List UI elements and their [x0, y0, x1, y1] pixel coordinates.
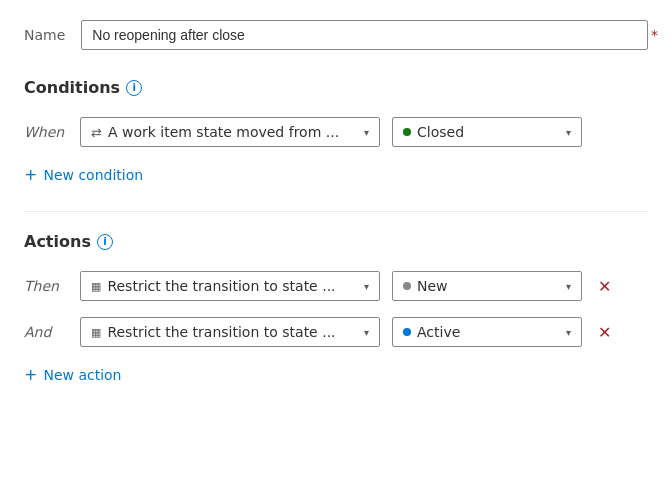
add-condition-label: New condition — [43, 167, 143, 183]
name-input[interactable] — [81, 20, 648, 50]
add-action-label: New action — [43, 367, 121, 383]
state-dropdown-arrow: ▾ — [566, 127, 571, 138]
name-label: Name — [24, 27, 65, 43]
action-state-dropdown[interactable]: New ▾ — [392, 271, 582, 301]
transition-icon: ⇄ — [91, 125, 102, 140]
conditions-title: Conditions — [24, 78, 120, 97]
action-dropdown-arrow: ▾ — [364, 281, 369, 292]
when-label: When — [24, 124, 68, 140]
name-input-wrapper: * — [81, 20, 648, 50]
required-marker: * — [651, 27, 658, 43]
actions-heading: Actions i — [24, 232, 648, 251]
conditions-info-icon[interactable]: i — [126, 80, 142, 96]
state-dropdown-content: Closed — [403, 124, 464, 140]
action-state-dropdown[interactable]: Active ▾ — [392, 317, 582, 347]
action-dropdown-arrow: ▾ — [364, 327, 369, 338]
action-row: And ▦ Restrict the transition to state .… — [24, 317, 648, 347]
restrict-icon: ▦ — [91, 280, 101, 293]
action-row-label: Then — [24, 278, 68, 294]
action-dropdown-text: Restrict the transition to state ... — [107, 278, 335, 294]
when-dropdown-content: ⇄ A work item state moved from ... — [91, 124, 339, 140]
when-dropdown-text: A work item state moved from ... — [108, 124, 339, 140]
action-dropdown[interactable]: ▦ Restrict the transition to state ... ▾ — [80, 271, 380, 301]
action-dropdown[interactable]: ▦ Restrict the transition to state ... ▾ — [80, 317, 380, 347]
action-dropdown-content: ▦ Restrict the transition to state ... — [91, 278, 336, 294]
action-state-text: Active — [417, 324, 460, 340]
action-row-label: And — [24, 324, 68, 340]
when-dropdown-arrow: ▾ — [364, 127, 369, 138]
conditions-section: Conditions i When ⇄ A work item state mo… — [24, 78, 648, 187]
add-condition-plus: + — [24, 167, 37, 183]
action-state-content: New — [403, 278, 448, 294]
restrict-icon: ▦ — [91, 326, 101, 339]
action-dropdown-text: Restrict the transition to state ... — [107, 324, 335, 340]
action-state-arrow: ▾ — [566, 327, 571, 338]
state-dropdown[interactable]: Closed ▾ — [392, 117, 582, 147]
section-separator — [24, 211, 648, 212]
action-dropdown-content: ▦ Restrict the transition to state ... — [91, 324, 336, 340]
delete-action-button[interactable]: ✕ — [594, 319, 615, 346]
state-dot — [403, 128, 411, 136]
actions-section: Actions i Then ▦ Restrict the transition… — [24, 232, 648, 387]
action-state-content: Active — [403, 324, 460, 340]
when-condition-row: When ⇄ A work item state moved from ... … — [24, 117, 648, 147]
conditions-heading: Conditions i — [24, 78, 648, 97]
delete-action-button[interactable]: ✕ — [594, 273, 615, 300]
add-action-button[interactable]: + New action — [24, 363, 648, 387]
action-state-dot — [403, 282, 411, 290]
action-state-arrow: ▾ — [566, 281, 571, 292]
name-row: Name * — [24, 20, 648, 50]
action-state-dot — [403, 328, 411, 336]
action-state-text: New — [417, 278, 448, 294]
add-action-plus: + — [24, 367, 37, 383]
actions-info-icon[interactable]: i — [97, 234, 113, 250]
action-row: Then ▦ Restrict the transition to state … — [24, 271, 648, 301]
add-condition-button[interactable]: + New condition — [24, 163, 648, 187]
actions-title: Actions — [24, 232, 91, 251]
action-rows-container: Then ▦ Restrict the transition to state … — [24, 271, 648, 347]
when-dropdown[interactable]: ⇄ A work item state moved from ... ▾ — [80, 117, 380, 147]
state-dropdown-text: Closed — [417, 124, 464, 140]
